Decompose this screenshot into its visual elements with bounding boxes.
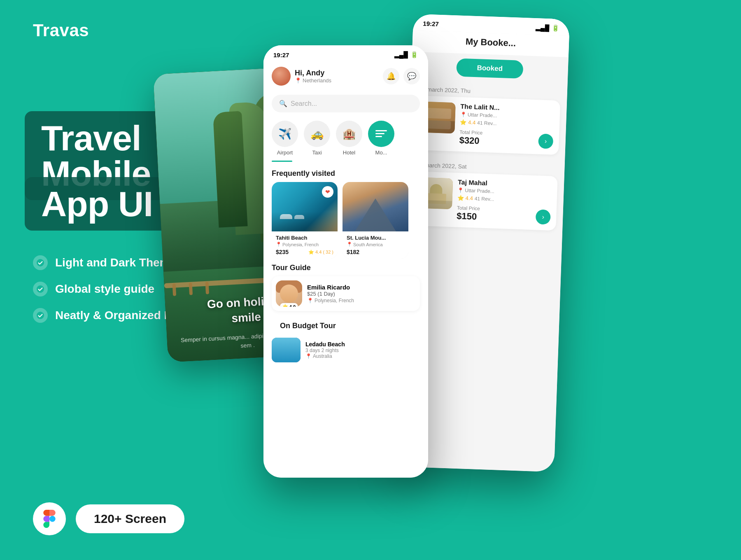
- lucia-info: St. Lucia Mou... 📍 South America $182: [343, 231, 408, 259]
- bottom-bar: 120+ Screen: [33, 502, 184, 535]
- user-location: 📍 Netherlands: [295, 77, 331, 84]
- svg-rect-4: [375, 133, 384, 134]
- svg-rect-3: [375, 130, 387, 131]
- category-hotel[interactable]: 🏨 Hotel: [336, 121, 362, 156]
- lucia-location: 📍 South America: [347, 242, 404, 247]
- booked-tab[interactable]: Booked: [456, 58, 524, 79]
- budget-info: Ledadu Beach 3 days 2 nights 📍 Australia: [305, 341, 345, 359]
- svg-rect-5: [375, 136, 382, 137]
- budget-location: 📍 Australia: [305, 353, 345, 359]
- budget-tour-section: On Budget Tour Ledadu Beach 3 days 2 nig…: [263, 316, 428, 371]
- chat-button[interactable]: 💬: [403, 68, 420, 84]
- guide-avatar: ⭐ 4.0: [276, 280, 302, 307]
- section-frequently-visited: Frequently visited: [263, 165, 428, 182]
- booking-1-info: The Lalit N... 📍 Uttar Prade... ⭐ 4.4 41…: [459, 103, 535, 148]
- location-icon: 📍: [347, 242, 352, 247]
- booking-1-arrow[interactable]: ›: [538, 133, 553, 149]
- location-pin-icon: 📍: [295, 77, 301, 84]
- booking-2-location-pin: 📍: [457, 187, 464, 194]
- header-icons: 🔔 💬: [383, 68, 420, 84]
- budget-location-pin: 📍: [305, 353, 312, 359]
- user-avatar: [272, 67, 291, 86]
- budget-image: [272, 338, 301, 362]
- guide-card[interactable]: ⭐ 4.0 Emilia Ricardo $25 (1 Day) 📍 Polyn…: [272, 276, 420, 311]
- user-details: Hi, Andy 📍 Netherlands: [295, 69, 331, 84]
- svg-point-1: [37, 285, 44, 293]
- card-tahiti[interactable]: ❤ Tahiti Beach 📍 Polynesia, French $235 …: [272, 182, 338, 259]
- tahiti-rating: ⭐ 4.4(32): [308, 250, 333, 255]
- user-info: Hi, Andy 📍 Netherlands: [272, 67, 331, 86]
- tahiti-bottom: $235 ⭐ 4.4(32): [276, 249, 333, 255]
- guide-location: 📍 Polynesia, French: [307, 298, 354, 303]
- bookings-title: My Booke...: [422, 35, 559, 51]
- notification-button[interactable]: 🔔: [383, 68, 399, 84]
- booking-1-rating: ⭐ 4.4 41 Rev...: [460, 119, 534, 128]
- star-icon-1: ⭐: [460, 119, 467, 126]
- guide-info: Emilia Ricardo $25 (1 Day) 📍 Polynesia, …: [307, 284, 354, 303]
- booking-location-pin: 📍: [460, 112, 466, 118]
- tahiti-location: 📍 Polynesia, French: [276, 242, 333, 247]
- battery-icon: 🔋: [410, 51, 418, 58]
- category-more[interactable]: Mo...: [368, 121, 394, 156]
- guide-rating-badge: ⭐ 4.0: [280, 303, 298, 307]
- card-lucia[interactable]: St. Lucia Mou... 📍 South America $182: [343, 182, 408, 259]
- status-time: 19:27: [273, 51, 289, 58]
- bookings-time: 19:27: [423, 20, 439, 28]
- booking-2-info: Taj Mahal 📍 Uttar Prade... ⭐ 4.4 41 Rev.…: [457, 179, 532, 224]
- figma-icon: [33, 502, 66, 535]
- booking-2-rating: ⭐ 4.4 41 Rev...: [457, 195, 531, 203]
- lucia-bottom: $182: [347, 249, 404, 255]
- booking-2-arrow[interactable]: ›: [536, 209, 551, 224]
- svg-point-0: [37, 259, 44, 266]
- tahiti-info: Tahiti Beach 📍 Polynesia, French $235 ⭐ …: [272, 231, 338, 259]
- taxi-icon: 🚕: [304, 121, 330, 147]
- search-bar[interactable]: 🔍 Search...: [272, 95, 420, 112]
- battery-icon-2: 🔋: [552, 24, 560, 32]
- svg-point-2: [37, 312, 44, 319]
- categories-underline: [272, 161, 292, 162]
- signal-icon: ▂▄█: [394, 51, 408, 58]
- heart-badge: ❤: [322, 186, 333, 198]
- section-budget-tour: On Budget Tour: [272, 317, 420, 334]
- location-icon: 📍: [276, 242, 282, 247]
- category-airport[interactable]: ✈️ Airport: [272, 121, 298, 156]
- tahiti-image: ❤: [272, 182, 338, 231]
- phone-main-inner: 19:27 ▂▄█ 🔋 Hi, Andy 📍 Netherlands: [263, 45, 428, 478]
- signal-icon-2: ▂▄█: [536, 24, 550, 32]
- tour-guide-section: Tour Guide ⭐ 4.0 Emilia Ricardo: [263, 259, 428, 316]
- star-icon: ⭐: [282, 304, 288, 307]
- section-tour-guide: Tour Guide: [272, 264, 420, 276]
- airport-icon: ✈️: [272, 121, 298, 147]
- guide-location-pin: 📍: [307, 298, 313, 303]
- booking-2-price-row: Total Price $150: [457, 205, 531, 224]
- check-icon-1: [33, 255, 48, 270]
- budget-card[interactable]: Ledadu Beach 3 days 2 nights 📍 Australia: [272, 334, 420, 366]
- booking-1-price-row: Total Price $320: [459, 129, 534, 148]
- hotel-icon: 🏨: [336, 121, 362, 147]
- search-icon: 🔍: [279, 100, 287, 107]
- screen-count-button[interactable]: 120+ Screen: [76, 504, 184, 533]
- star-icon-2: ⭐: [457, 195, 464, 201]
- booking-card-1[interactable]: The Lalit N... 📍 Uttar Prade... ⭐ 4.4 41…: [415, 96, 560, 155]
- status-bar: 19:27 ▂▄█ 🔋: [263, 45, 428, 62]
- categories: ✈️ Airport 🚕 Taxi 🏨 Hotel Mo...: [263, 116, 428, 161]
- lucia-image: [343, 182, 408, 231]
- brand-logo: Travas: [33, 21, 89, 40]
- user-name: Hi, Andy: [295, 69, 331, 77]
- category-taxi[interactable]: 🚕 Taxi: [304, 121, 330, 156]
- search-placeholder: Search...: [291, 100, 317, 107]
- frequently-visited-cards: ❤ Tahiti Beach 📍 Polynesia, French $235 …: [263, 182, 428, 259]
- check-icon-3: [33, 308, 48, 323]
- booking-1-location: 📍 Uttar Prade...: [460, 112, 534, 120]
- booking-2-location: 📍 Uttar Prade...: [457, 187, 531, 196]
- phone-main: 19:27 ▂▄█ 🔋 Hi, Andy 📍 Netherlands: [263, 45, 428, 478]
- booking-card-2[interactable]: Taj Mahal 📍 Uttar Prade... ⭐ 4.4 41 Rev.…: [412, 171, 557, 231]
- app-header: Hi, Andy 📍 Netherlands 🔔 💬: [263, 62, 428, 91]
- check-icon-2: [33, 282, 48, 296]
- more-icon: [368, 121, 394, 147]
